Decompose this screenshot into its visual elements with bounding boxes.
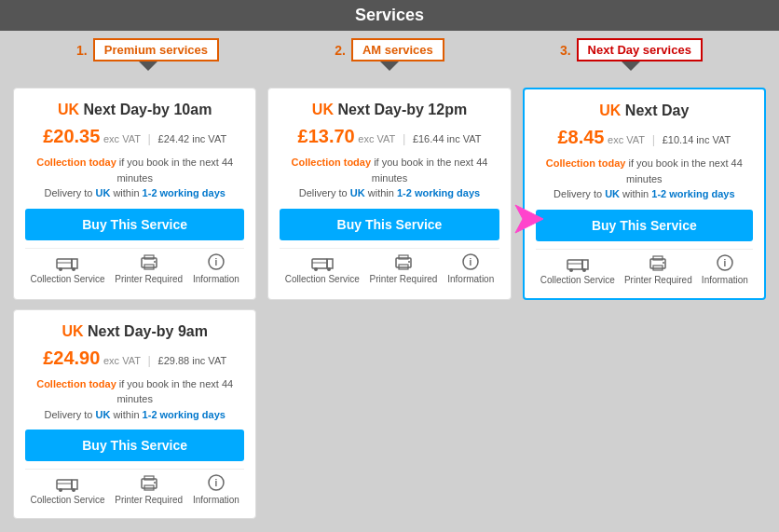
empty-cell-1	[267, 309, 511, 520]
card-2-exc: exc VAT	[358, 133, 395, 144]
svg-point-3	[72, 267, 75, 271]
card-4-price-main: £24.90	[43, 348, 100, 368]
card-3-title-prefix: UK	[599, 102, 625, 118]
tab-number-1: 1.	[76, 43, 88, 58]
svg-point-36	[59, 488, 62, 492]
svg-rect-0	[57, 259, 72, 268]
card-2-sep: |	[403, 131, 409, 145]
printer-label-4: Printer Required	[115, 495, 183, 505]
info-label-4: Information	[193, 495, 239, 505]
empty-cell-2	[523, 309, 766, 520]
service-card-2: UK Next Day-by 12pm £13.70 exc VAT | £16…	[267, 88, 511, 300]
service-card-1: UK Next Day-by 10am £20.35 exc VAT | £24…	[13, 88, 256, 300]
card-2-price: £13.70 exc VAT | £16.44 inc VAT	[280, 126, 499, 147]
card-3-days: 1-2 working days	[651, 188, 734, 199]
card-3-uk: UK	[605, 188, 620, 199]
card-1-info: Collection today if you book in the next…	[25, 155, 244, 201]
collection-label-2: Collection Service	[285, 274, 360, 284]
icon-printer-2: Printer Required	[370, 252, 438, 284]
svg-marker-12	[327, 259, 333, 268]
card-3-info: Collection today if you book in the next…	[536, 156, 753, 202]
icon-collection-4: Collection Service	[30, 473, 104, 505]
svg-point-13	[314, 267, 318, 271]
svg-point-19	[408, 261, 410, 263]
tab-nextday[interactable]: 3. Next Day services	[560, 38, 703, 61]
printer-icon-4	[138, 473, 160, 492]
svg-rect-40	[144, 476, 154, 480]
card-4-icons: Collection Service Printer Required i In…	[25, 469, 244, 505]
card-4-days: 1-2 working days	[143, 409, 226, 420]
printer-icon-2	[392, 252, 415, 271]
van-icon-2	[311, 252, 334, 271]
icon-info-4: i Information	[193, 473, 239, 505]
printer-label-3: Printer Required	[624, 275, 692, 285]
van-icon-3	[567, 253, 589, 272]
card-1-days: 1-2 working days	[143, 187, 226, 198]
card-4-info: Collection today if you book in the next…	[25, 376, 244, 423]
card-1-sep: |	[148, 131, 155, 145]
buy-button-2[interactable]: Buy This Service	[280, 209, 499, 240]
card-3-sep: |	[652, 132, 659, 146]
buy-button-3[interactable]: Buy This Service	[536, 210, 753, 241]
card-2-collection-today: Collection today	[292, 157, 372, 168]
tab-label-premium[interactable]: Premium services	[93, 38, 219, 61]
tab-arrow-3	[622, 61, 640, 71]
card-4-title: UK Next Day-by 9am	[25, 323, 244, 340]
card-3-title: UK Next Day	[536, 102, 753, 119]
svg-rect-23	[567, 260, 582, 269]
category-tabs: 1. Premium services 2. AM services 3. Ne…	[0, 31, 779, 78]
tab-col-3: 3. Next Day services	[560, 38, 703, 71]
van-icon-4	[56, 473, 78, 492]
svg-rect-34	[57, 480, 72, 489]
svg-point-31	[663, 262, 664, 264]
icon-printer-4: Printer Required	[115, 473, 183, 505]
svg-rect-11	[312, 259, 327, 268]
tab-am[interactable]: 2. AM services	[335, 38, 444, 61]
card-4-price: £24.90 exc VAT | £29.88 inc VAT	[25, 348, 244, 369]
card-4-title-prefix: UK	[62, 323, 88, 339]
collection-label-4: Collection Service	[30, 495, 104, 505]
card-2-title-prefix: UK	[312, 102, 338, 117]
icon-info-1: i Information	[193, 252, 239, 284]
tab-label-am[interactable]: AM services	[351, 38, 444, 61]
info-label-3: Information	[702, 275, 748, 285]
card-3-price: £8.45 exc VAT | £10.14 inc VAT	[536, 127, 753, 148]
header-bar: Services	[0, 0, 779, 31]
card-3-icons: Collection Service Printer Required i In…	[536, 249, 753, 285]
tab-col-2: 2. AM services	[335, 38, 444, 71]
card-2-title-suffix: -by 12pm	[402, 102, 467, 117]
card-1-price-main: £20.35	[43, 126, 100, 146]
page-title: Services	[355, 6, 424, 25]
card-1-title-suffix: -by 10am	[147, 102, 212, 117]
svg-point-42	[154, 482, 156, 484]
card-2-days: 1-2 working days	[397, 187, 480, 198]
card-4-title-suffix: -by 9am	[151, 323, 207, 339]
printer-label-1: Printer Required	[115, 274, 183, 284]
buy-button-4[interactable]: Buy This Service	[25, 430, 244, 461]
collection-label-1: Collection Service	[30, 274, 104, 284]
svg-marker-22	[515, 205, 543, 233]
buy-button-1[interactable]: Buy This Service	[25, 209, 244, 240]
tab-premium[interactable]: 1. Premium services	[76, 38, 219, 61]
cards-row-2: UK Next Day-by 9am £24.90 exc VAT | £29.…	[0, 309, 779, 533]
card-2-title: UK Next Day-by 12pm	[280, 102, 499, 118]
tab-number-2: 2.	[335, 43, 346, 58]
info-icon: i	[205, 252, 227, 271]
info-icon-2: i	[459, 252, 482, 271]
svg-text:i: i	[215, 257, 218, 267]
tab-arrow-1	[139, 61, 157, 71]
card-2-info: Collection today if you book in the next…	[280, 155, 499, 201]
card-1-icons: Collection Service Printer Required i In…	[25, 248, 244, 284]
tab-label-nextday[interactable]: Next Day services	[577, 38, 703, 61]
card-1-title-prefix: UK	[58, 102, 84, 117]
card-4-collection-today: Collection today	[36, 378, 116, 389]
printer-icon-3	[647, 253, 669, 272]
svg-point-14	[327, 267, 331, 271]
svg-marker-1	[72, 259, 77, 268]
card-1-uk: UK	[95, 187, 110, 198]
printer-label-2: Printer Required	[370, 274, 438, 284]
tab-arrow-2	[380, 61, 399, 71]
svg-text:i: i	[470, 257, 472, 267]
card-4-title-main: Next Day	[88, 323, 151, 339]
service-card-3: UK Next Day £8.45 exc VAT | £10.14 inc V…	[523, 88, 766, 300]
